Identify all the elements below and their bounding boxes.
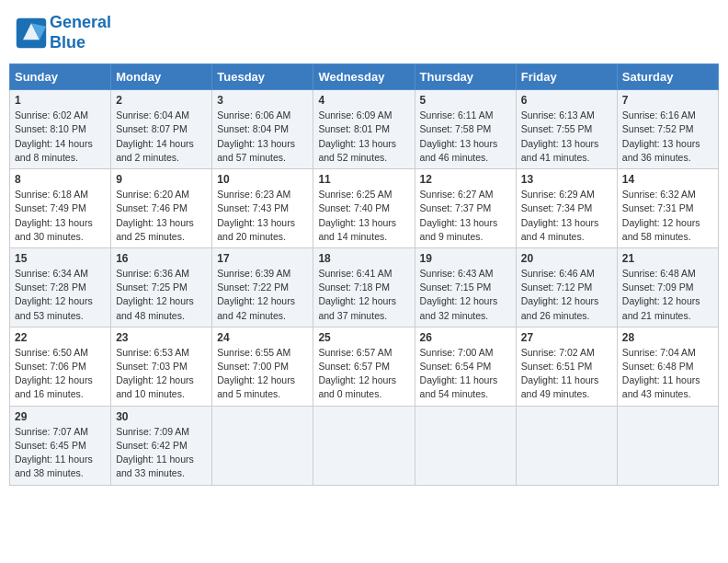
day-info: Sunrise: 6:36 AM Sunset: 7:25 PM Dayligh… [116, 267, 207, 323]
day-number: 8 [15, 173, 106, 186]
calendar-table: SundayMondayTuesdayWednesdayThursdayFrid… [9, 63, 719, 485]
weekday-header-monday: Monday [111, 64, 212, 90]
day-info: Sunrise: 6:04 AM Sunset: 8:07 PM Dayligh… [116, 109, 207, 165]
day-number: 13 [521, 173, 612, 186]
day-info: Sunrise: 6:55 AM Sunset: 7:00 PM Dayligh… [217, 346, 308, 402]
day-info: Sunrise: 6:27 AM Sunset: 7:37 PM Dayligh… [420, 188, 511, 244]
day-info: Sunrise: 6:41 AM Sunset: 7:18 PM Dayligh… [318, 267, 409, 323]
calendar-cell: 19 Sunrise: 6:43 AM Sunset: 7:15 PM Dayl… [415, 247, 516, 327]
calendar-cell: 25 Sunrise: 6:57 AM Sunset: 6:57 PM Dayl… [313, 327, 415, 406]
calendar-cell: 22 Sunrise: 6:50 AM Sunset: 7:06 PM Dayl… [10, 327, 111, 406]
weekday-header-tuesday: Tuesday [212, 64, 313, 90]
calendar-cell: 13 Sunrise: 6:29 AM Sunset: 7:34 PM Dayl… [516, 169, 617, 248]
day-info: Sunrise: 6:32 AM Sunset: 7:31 PM Dayligh… [622, 188, 713, 244]
day-info: Sunrise: 6:13 AM Sunset: 7:55 PM Dayligh… [521, 109, 612, 165]
day-info: Sunrise: 6:23 AM Sunset: 7:43 PM Dayligh… [217, 188, 308, 244]
day-number: 25 [318, 331, 409, 344]
day-number: 29 [15, 410, 106, 423]
day-number: 17 [217, 252, 308, 265]
calendar-cell: 15 Sunrise: 6:34 AM Sunset: 7:28 PM Dayl… [10, 247, 111, 327]
calendar-cell [516, 406, 617, 485]
logo-text: General [50, 13, 111, 33]
day-info: Sunrise: 6:09 AM Sunset: 8:01 PM Dayligh… [318, 109, 409, 165]
day-info: Sunrise: 7:04 AM Sunset: 6:48 PM Dayligh… [622, 346, 713, 402]
calendar-cell: 28 Sunrise: 7:04 AM Sunset: 6:48 PM Dayl… [617, 327, 718, 406]
day-info: Sunrise: 7:02 AM Sunset: 6:51 PM Dayligh… [521, 346, 612, 402]
day-info: Sunrise: 6:29 AM Sunset: 7:34 PM Dayligh… [521, 188, 612, 244]
calendar-cell: 5 Sunrise: 6:11 AM Sunset: 7:58 PM Dayli… [415, 90, 516, 169]
day-info: Sunrise: 6:25 AM Sunset: 7:40 PM Dayligh… [318, 188, 409, 244]
calendar-cell: 6 Sunrise: 6:13 AM Sunset: 7:55 PM Dayli… [516, 90, 617, 169]
day-info: Sunrise: 6:34 AM Sunset: 7:28 PM Dayligh… [15, 267, 106, 323]
day-info: Sunrise: 6:02 AM Sunset: 8:10 PM Dayligh… [15, 109, 106, 165]
day-info: Sunrise: 6:57 AM Sunset: 6:57 PM Dayligh… [318, 346, 409, 402]
calendar-cell [415, 406, 516, 485]
calendar-cell: 9 Sunrise: 6:20 AM Sunset: 7:46 PM Dayli… [111, 169, 212, 248]
weekday-header-friday: Friday [516, 64, 617, 90]
weekday-header-saturday: Saturday [617, 64, 718, 90]
day-info: Sunrise: 6:46 AM Sunset: 7:12 PM Dayligh… [521, 267, 612, 323]
day-number: 28 [622, 331, 713, 344]
day-number: 18 [318, 252, 409, 265]
day-number: 27 [521, 331, 612, 344]
day-number: 7 [622, 94, 713, 107]
day-info: Sunrise: 6:18 AM Sunset: 7:49 PM Dayligh… [15, 188, 106, 244]
day-number: 6 [521, 94, 612, 107]
day-number: 12 [420, 173, 511, 186]
calendar-cell: 30 Sunrise: 7:09 AM Sunset: 6:42 PM Dayl… [111, 406, 212, 485]
weekday-header-sunday: Sunday [10, 64, 111, 90]
day-info: Sunrise: 6:11 AM Sunset: 7:58 PM Dayligh… [420, 109, 511, 165]
day-number: 15 [15, 252, 106, 265]
day-info: Sunrise: 7:00 AM Sunset: 6:54 PM Dayligh… [420, 346, 511, 402]
day-info: Sunrise: 6:16 AM Sunset: 7:52 PM Dayligh… [622, 109, 713, 165]
logo: General Blue [15, 13, 111, 52]
day-number: 5 [420, 94, 511, 107]
day-info: Sunrise: 6:06 AM Sunset: 8:04 PM Dayligh… [217, 109, 308, 165]
calendar-cell: 29 Sunrise: 7:07 AM Sunset: 6:45 PM Dayl… [10, 406, 111, 485]
calendar-cell: 2 Sunrise: 6:04 AM Sunset: 8:07 PM Dayli… [111, 90, 212, 169]
calendar-cell: 24 Sunrise: 6:55 AM Sunset: 7:00 PM Dayl… [212, 327, 313, 406]
calendar-week-row: 1 Sunrise: 6:02 AM Sunset: 8:10 PM Dayli… [10, 90, 719, 169]
calendar-cell: 16 Sunrise: 6:36 AM Sunset: 7:25 PM Dayl… [111, 247, 212, 327]
day-info: Sunrise: 6:53 AM Sunset: 7:03 PM Dayligh… [116, 346, 207, 402]
calendar-cell: 11 Sunrise: 6:25 AM Sunset: 7:40 PM Dayl… [313, 169, 415, 248]
day-number: 11 [318, 173, 409, 186]
calendar-cell [617, 406, 718, 485]
day-info: Sunrise: 6:20 AM Sunset: 7:46 PM Dayligh… [116, 188, 207, 244]
day-number: 10 [217, 173, 308, 186]
day-number: 4 [318, 94, 409, 107]
logo-icon [15, 17, 48, 50]
day-number: 24 [217, 331, 308, 344]
day-number: 14 [622, 173, 713, 186]
calendar-cell: 26 Sunrise: 7:00 AM Sunset: 6:54 PM Dayl… [415, 327, 516, 406]
logo-text2: Blue [50, 33, 111, 53]
day-number: 20 [521, 252, 612, 265]
day-info: Sunrise: 6:48 AM Sunset: 7:09 PM Dayligh… [622, 267, 713, 323]
day-number: 1 [15, 94, 106, 107]
day-info: Sunrise: 7:09 AM Sunset: 6:42 PM Dayligh… [116, 425, 207, 481]
calendar-cell: 1 Sunrise: 6:02 AM Sunset: 8:10 PM Dayli… [10, 90, 111, 169]
day-info: Sunrise: 6:50 AM Sunset: 7:06 PM Dayligh… [15, 346, 106, 402]
day-number: 19 [420, 252, 511, 265]
day-number: 3 [217, 94, 308, 107]
day-info: Sunrise: 6:43 AM Sunset: 7:15 PM Dayligh… [420, 267, 511, 323]
page-header: General Blue [9, 9, 719, 56]
calendar-cell: 23 Sunrise: 6:53 AM Sunset: 7:03 PM Dayl… [111, 327, 212, 406]
calendar-cell: 7 Sunrise: 6:16 AM Sunset: 7:52 PM Dayli… [617, 90, 718, 169]
calendar-cell: 17 Sunrise: 6:39 AM Sunset: 7:22 PM Dayl… [212, 247, 313, 327]
calendar-cell: 10 Sunrise: 6:23 AM Sunset: 7:43 PM Dayl… [212, 169, 313, 248]
calendar-week-row: 29 Sunrise: 7:07 AM Sunset: 6:45 PM Dayl… [10, 406, 719, 485]
day-number: 26 [420, 331, 511, 344]
weekday-header-row: SundayMondayTuesdayWednesdayThursdayFrid… [10, 64, 719, 90]
day-number: 30 [116, 410, 207, 423]
day-number: 9 [116, 173, 207, 186]
calendar-week-row: 15 Sunrise: 6:34 AM Sunset: 7:28 PM Dayl… [10, 247, 719, 327]
weekday-header-thursday: Thursday [415, 64, 516, 90]
day-number: 22 [15, 331, 106, 344]
day-number: 21 [622, 252, 713, 265]
calendar-cell: 8 Sunrise: 6:18 AM Sunset: 7:49 PM Dayli… [10, 169, 111, 248]
calendar-cell: 3 Sunrise: 6:06 AM Sunset: 8:04 PM Dayli… [212, 90, 313, 169]
calendar-cell: 18 Sunrise: 6:41 AM Sunset: 7:18 PM Dayl… [313, 247, 415, 327]
calendar-cell: 12 Sunrise: 6:27 AM Sunset: 7:37 PM Dayl… [415, 169, 516, 248]
calendar-cell: 4 Sunrise: 6:09 AM Sunset: 8:01 PM Dayli… [313, 90, 415, 169]
